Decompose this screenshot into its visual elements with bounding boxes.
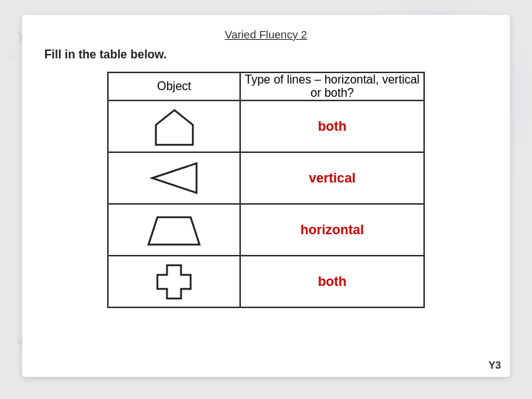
fluency-table: Object Type of lines – horizontal, verti… [107, 72, 425, 308]
answer-both-1: both [318, 119, 347, 134]
header-type: Type of lines – horizontal, vertical or … [240, 72, 424, 100]
shape-house-cell [108, 100, 240, 152]
table-row: horizontal [108, 204, 424, 256]
deco-symbol-2: ○ [7, 44, 18, 65]
main-card: Varied Fluency 2 Fill in the table below… [22, 15, 510, 377]
y3-badge: Y3 [488, 359, 501, 371]
answer-cell-4: both [240, 256, 424, 307]
table-container: Object Type of lines – horizontal, verti… [44, 72, 488, 308]
cross-shape [154, 262, 194, 302]
answer-cell-3: horizontal [240, 204, 424, 256]
answer-horizontal: horizontal [301, 222, 364, 237]
svg-marker-0 [156, 110, 193, 145]
shape-cross-cell [108, 256, 240, 307]
answer-vertical: vertical [309, 171, 355, 185]
table-header-row: Object Type of lines – horizontal, verti… [108, 72, 424, 100]
shape-trapezoid-cell [108, 204, 240, 256]
header-object: Object [108, 72, 240, 100]
answer-cell-2: vertical [240, 152, 424, 204]
answer-both-2: both [318, 274, 347, 289]
house-shape [152, 106, 197, 147]
svg-marker-3 [157, 265, 191, 299]
triangle-shape [149, 160, 200, 197]
shape-triangle-cell [108, 152, 240, 204]
subtitle: Fill in the table below. [44, 48, 488, 61]
answer-cell-1: both [240, 100, 424, 152]
trapezoid-shape [146, 214, 202, 247]
table-row: both [108, 256, 424, 307]
page-title: Varied Fluency 2 [44, 28, 488, 41]
table-row: vertical [108, 152, 424, 204]
table-row: both [108, 100, 424, 152]
svg-marker-1 [152, 163, 197, 193]
svg-marker-2 [149, 217, 200, 245]
